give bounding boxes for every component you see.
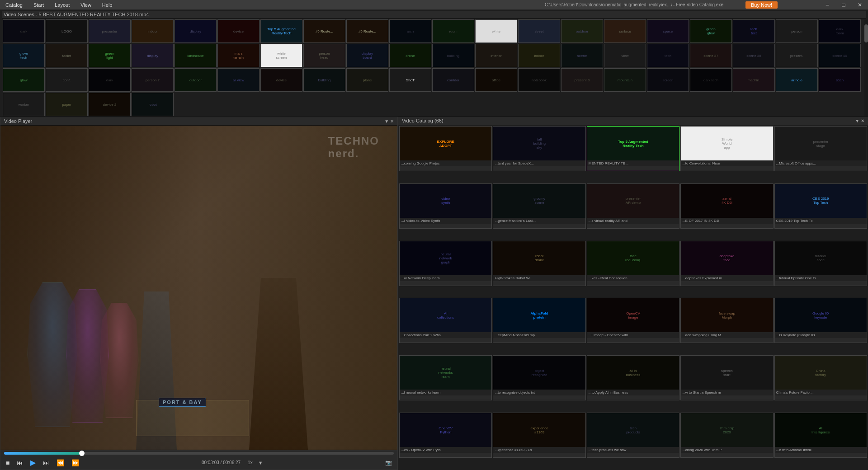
thumbnail-item-51[interactable]: office <box>475 68 517 92</box>
thumbnail-item-30[interactable]: building <box>432 44 474 67</box>
catalog-item-6[interactable]: gloomy scene...gence Mankind's Last... <box>493 183 585 229</box>
catalog-item-24[interactable]: China factoryChina's Future Factor... <box>774 355 867 400</box>
thumbnail-item-20[interactable]: glove tech <box>3 44 45 67</box>
thumbnail-item-0[interactable]: dark <box>3 19 45 43</box>
thumbnail-item-42[interactable]: dark <box>89 68 131 92</box>
thumbnail-item-13[interactable]: outdoor <box>561 19 603 43</box>
thumbnail-item-46[interactable]: device <box>260 68 302 92</box>
thumbnail-item-52[interactable]: notebook <box>518 68 560 92</box>
thumbnail-item-11[interactable]: white <box>475 19 517 43</box>
thumbnail-item-61[interactable]: paper <box>46 93 88 116</box>
thumbnail-item-56[interactable]: dark tech <box>690 68 732 92</box>
thumbnail-item-54[interactable]: mountain <box>604 68 646 92</box>
catalog-item-28[interactable]: 7nm chip 2020...ching 2020 with 7nm P <box>680 413 773 458</box>
scrollbar-thumb[interactable] <box>864 24 868 42</box>
thumbnail-item-49[interactable]: ShoT <box>389 68 431 92</box>
thumbnail-item-29[interactable]: drone <box>389 44 431 67</box>
catalog-item-21[interactable]: object recognize...to recognize objects … <box>493 355 585 400</box>
thumbnail-item-58[interactable]: ar holo <box>776 68 818 92</box>
catalog-item-22[interactable]: AI in business...to Apply AI in Business <box>587 355 679 400</box>
catalog-item-7[interactable]: presenter AR demo...s virtual reality AR… <box>587 183 679 229</box>
thumbnail-item-6[interactable]: Top 5 Augmented Reality Tech <box>260 19 302 43</box>
progress-bar[interactable] <box>4 452 394 455</box>
thumbnail-item-1[interactable]: LOGO <box>46 19 88 43</box>
previous-button[interactable]: ⏮ <box>15 458 25 467</box>
stop-button[interactable]: ■ <box>4 458 11 467</box>
catalog-item-18[interactable]: face swap Morph...ace swapping using M <box>680 298 773 343</box>
thumbnail-item-5[interactable]: device <box>217 19 259 43</box>
snapshot-button[interactable]: 📷 <box>383 459 394 467</box>
catalog-item-4[interactable]: presenter stage...Microsoft Office apps.… <box>774 126 867 171</box>
catalog-item-14[interactable]: tutorial code...tutorial Episode One O <box>774 241 867 286</box>
thumbnail-item-12[interactable]: street <box>518 19 560 43</box>
play-button[interactable]: ▶ <box>28 457 38 468</box>
catalog-item-10[interactable]: neural network graph...ai Network Deep l… <box>399 241 492 286</box>
thumbnail-item-2[interactable]: presenter <box>89 19 131 43</box>
thumbnail-item-47[interactable]: building <box>303 68 345 92</box>
thumbnail-item-40[interactable]: glow <box>3 68 45 92</box>
thumbnail-item-38[interactable]: present. <box>776 44 818 67</box>
thumbnail-item-55[interactable]: screen <box>647 68 689 92</box>
thumbnail-item-36[interactable]: scene 37 <box>690 44 732 67</box>
speed-dropdown[interactable]: ▼ <box>258 460 263 465</box>
thumbnail-item-34[interactable]: view <box>604 44 646 67</box>
catalog-item-12[interactable]: face real conq....kes - Real Consequen <box>587 241 679 286</box>
catalog-item-13[interactable]: deepfake face...eepFakes Explained.m <box>680 241 773 286</box>
vertical-scrollbar[interactable] <box>864 20 868 117</box>
thumbnail-item-15[interactable]: space <box>647 19 689 43</box>
thumbnail-item-26[interactable]: white screen <box>260 44 302 67</box>
thumbnail-item-18[interactable]: person <box>776 19 818 43</box>
minimize-button[interactable]: – <box>819 0 835 10</box>
thumbnail-item-14[interactable]: surface <box>604 19 646 43</box>
catalog-item-20[interactable]: neural networks learn...l neural network… <box>399 355 492 400</box>
catalog-item-1[interactable]: tall building sky...tant year for SpaceX… <box>493 126 585 171</box>
thumbnail-item-27[interactable]: person head <box>303 44 345 67</box>
thumbnail-item-63[interactable]: robot <box>132 93 174 116</box>
thumbnail-item-60[interactable]: worker <box>3 93 45 116</box>
progress-thumb[interactable] <box>79 451 85 456</box>
thumbnail-item-8[interactable]: #5 Route... <box>346 19 388 43</box>
catalog-item-0[interactable]: EXPLORE ADOPT...coming Google Projec <box>399 126 492 171</box>
catalog-item-16[interactable]: AlphaFold protein...eepMind AlphaFold.mp <box>493 298 585 343</box>
menu-item-help[interactable]: Help <box>100 1 114 9</box>
thumbnail-item-7[interactable]: #5 Route... <box>303 19 345 43</box>
thumbnail-item-24[interactable]: landscape <box>175 44 217 67</box>
thumbnail-item-43[interactable]: person 2 <box>132 68 174 92</box>
thumbnail-item-48[interactable]: plane <box>346 68 388 92</box>
thumbnail-item-53[interactable]: present.3 <box>561 68 603 92</box>
catalog-item-15[interactable]: AI collections...Collections Part 2 Wha <box>399 298 492 343</box>
thumbnail-item-62[interactable]: device 2 <box>89 93 131 116</box>
thumbnail-item-10[interactable]: room <box>432 19 474 43</box>
menu-item-start[interactable]: Start <box>32 1 46 9</box>
thumbnail-item-25[interactable]: mars terrain <box>217 44 259 67</box>
thumbnail-item-37[interactable]: scene 38 <box>733 44 775 67</box>
thumbnail-item-45[interactable]: ar view <box>217 68 259 92</box>
next-button[interactable]: ⏭ <box>41 458 51 467</box>
catalog-item-27[interactable]: tech products...tech products we saw <box>587 413 679 458</box>
catalog-item-11[interactable]: robot droneHigh-Stakes Robot Wi <box>493 241 585 286</box>
thumbnail-item-21[interactable]: tablet <box>46 44 88 67</box>
catalog-item-19[interactable]: Google IO keynote...O Keynote (Google IO <box>774 298 867 343</box>
catalog-item-2[interactable]: Top 5 Augmented Reality TechMENTED REALI… <box>587 126 679 171</box>
thumbnail-item-44[interactable]: outdoor <box>175 68 217 92</box>
catalog-item-26[interactable]: experience #1169...xperience #1169 - Es <box>493 413 585 458</box>
catalog-item-8[interactable]: aerial 4K DJI...E OF 2017 IN 4K DJI <box>680 183 773 229</box>
catalog-item-17[interactable]: OpenCV image...I Image - OpenCV with <box>587 298 679 343</box>
thumbnail-item-35[interactable]: tech <box>647 44 689 67</box>
thumbnail-item-57[interactable]: machin. <box>733 68 775 92</box>
rewind-button[interactable]: ⏪ <box>55 458 66 467</box>
thumbnail-item-23[interactable]: display <box>132 44 174 67</box>
catalog-item-29[interactable]: AI Intelligence...e with Artificial Inte… <box>774 413 867 458</box>
thumbnail-item-50[interactable]: corridor <box>432 68 474 92</box>
catalog-item-9[interactable]: CES 2019 Top TechCES 2019 Top Tech To <box>774 183 867 229</box>
thumbnail-item-17[interactable]: tech text <box>733 19 775 43</box>
thumbnail-item-39[interactable]: scene 40 <box>819 44 861 67</box>
thumbnail-item-4[interactable]: display <box>175 19 217 43</box>
catalog-item-3[interactable]: Simple World app...to Convolutional Neur <box>680 126 773 171</box>
close-button[interactable]: ✕ <box>852 0 868 10</box>
catalog-item-23[interactable]: speech start...w to Start a Speech m <box>680 355 773 400</box>
menu-item-layout[interactable]: Layout <box>53 1 71 9</box>
thumbnail-item-59[interactable]: scan <box>819 68 861 92</box>
thumbnail-item-9[interactable]: arch <box>389 19 431 43</box>
catalog-item-5[interactable]: video synth...I Video-to-Video Synth <box>399 183 492 229</box>
